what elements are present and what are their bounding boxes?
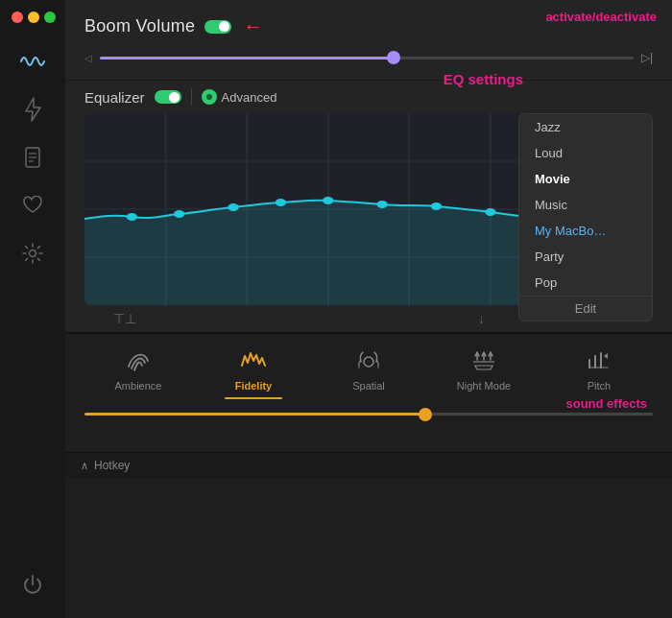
eq-handle-icon-2[interactable]: ↓ <box>478 311 485 326</box>
annotation-eq: EQ settings <box>444 71 523 88</box>
sidebar-item-gear[interactable] <box>13 234 52 273</box>
preset-pop[interactable]: Pop <box>519 270 652 296</box>
preset-music[interactable]: Music <box>519 192 652 218</box>
nightmode-icon <box>470 347 497 374</box>
preset-party[interactable]: Party <box>519 244 652 270</box>
advanced-dot <box>202 89 217 105</box>
preset-my-macbo[interactable]: My MacBo… <box>519 218 652 244</box>
svg-point-16 <box>228 203 238 211</box>
eq-label: Equalizer <box>84 89 145 106</box>
volume-slider-container: ◁ ▷| <box>84 51 653 64</box>
fidelity-underline <box>225 397 282 399</box>
close-button[interactable] <box>12 12 23 23</box>
fidelity-label: Fidelity <box>235 380 273 392</box>
fidelity-icon <box>240 347 267 374</box>
svg-point-19 <box>376 201 387 208</box>
advanced-button[interactable]: Advanced <box>202 89 277 105</box>
preset-edit-button[interactable]: Edit <box>519 296 652 321</box>
pitch-label: Pitch <box>588 380 611 392</box>
annotation-activate: activate/deactivate <box>545 8 657 25</box>
main-content: Boom Volume ← activate/deactivate ◁ ▷| E… <box>65 0 672 618</box>
eq-section: EQ settings Equalizer Advanced <box>65 80 672 332</box>
eq-bottom-icons: ⊤⊥ ↓ <box>84 305 514 332</box>
maximize-button[interactable] <box>44 12 56 23</box>
minimize-button[interactable] <box>28 12 39 23</box>
effects-tabs: Ambience Fidelity <box>81 347 657 399</box>
nightmode-label: Night Mode <box>457 380 511 392</box>
traffic-lights <box>0 12 56 23</box>
preset-loud[interactable]: Loud <box>519 140 652 166</box>
svg-point-17 <box>276 199 286 206</box>
eq-divider <box>191 88 192 106</box>
svg-point-25 <box>364 357 373 367</box>
effects-section: Ambience Fidelity <box>65 332 672 452</box>
tab-fidelity[interactable]: Fidelity <box>225 347 282 399</box>
volume-slider-thumb[interactable] <box>387 51 400 64</box>
sidebar-item-waveform[interactable] <box>13 42 52 81</box>
svg-point-4 <box>30 250 36 257</box>
eq-toggle-track <box>155 90 181 104</box>
sidebar-item-heart[interactable] <box>13 186 52 225</box>
hotkey-bar[interactable]: ∧ Hotkey <box>65 452 672 478</box>
sidebar <box>0 0 65 618</box>
eq-header: Equalizer Advanced <box>84 88 653 106</box>
eq-handle-icon-1[interactable]: ⊤⊥ <box>113 311 136 326</box>
svg-point-14 <box>127 213 137 221</box>
hotkey-label: Hotkey <box>94 459 130 472</box>
hotkey-chevron-icon: ∧ <box>81 460 88 472</box>
volume-label: Boom Volume <box>84 16 195 36</box>
tab-spatial[interactable]: Spatial <box>340 347 397 399</box>
ambience-icon <box>126 347 151 374</box>
tab-night-mode[interactable]: Night Mode <box>455 347 513 399</box>
volume-toggle[interactable] <box>204 20 231 34</box>
eq-body: Jazz Loud Movie Music My MacBo… Party Po… <box>84 113 653 305</box>
sidebar-item-document[interactable] <box>13 138 52 177</box>
ambience-label: Ambience <box>115 380 162 392</box>
volume-low-icon: ◁ <box>84 53 92 63</box>
annotation-sound-effects: sound effects <box>565 396 647 411</box>
svg-point-18 <box>323 197 333 204</box>
tab-pitch[interactable]: Pitch <box>570 347 628 399</box>
volume-section: Boom Volume ← activate/deactivate ◁ ▷| <box>65 0 672 80</box>
spatial-icon <box>355 347 382 374</box>
svg-point-21 <box>485 208 495 216</box>
pitch-icon <box>587 347 612 374</box>
preset-jazz[interactable]: Jazz <box>519 114 652 140</box>
svg-point-20 <box>431 202 442 210</box>
annotation-sfx-container: sound effects <box>81 425 657 444</box>
volume-high-icon: ▷| <box>641 51 653 64</box>
volume-toggle-track <box>204 20 231 34</box>
effect-slider-thumb[interactable] <box>419 408 432 421</box>
spatial-label: Spatial <box>352 380 385 392</box>
volume-slider-track[interactable] <box>100 57 634 59</box>
arrow-left-icon: ← <box>243 15 262 37</box>
eq-preset-dropdown: Jazz Loud Movie Music My MacBo… Party Po… <box>518 113 653 321</box>
svg-point-15 <box>174 210 184 218</box>
eq-toggle[interactable] <box>155 90 181 104</box>
effect-slider-container <box>81 413 657 416</box>
sidebar-item-lightning[interactable] <box>13 90 52 129</box>
tab-ambience[interactable]: Ambience <box>109 347 167 399</box>
effect-slider-track[interactable] <box>84 413 653 416</box>
advanced-label: Advanced <box>222 90 277 105</box>
preset-movie[interactable]: Movie <box>519 166 652 192</box>
sidebar-item-power[interactable] <box>13 566 52 605</box>
